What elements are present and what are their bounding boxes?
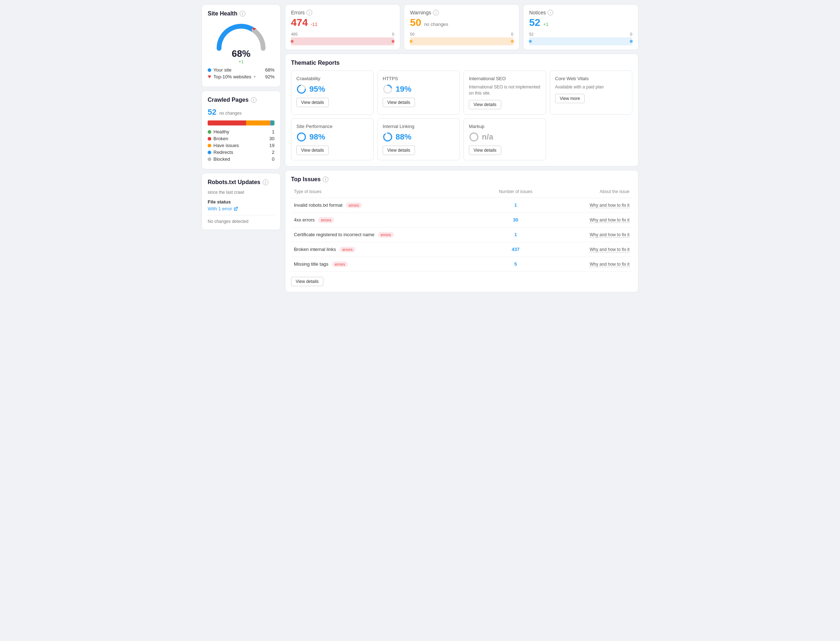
warnings-info-icon[interactable]: i — [433, 10, 438, 16]
report-https-score: 19% — [383, 84, 455, 94]
https-view-btn[interactable]: View details — [383, 98, 415, 107]
issue-count-3: 437 — [480, 242, 551, 257]
your-site-dot — [208, 68, 211, 72]
top10-legend: Top-10% websites ▾ 92% — [208, 74, 275, 79]
issue-badge-1: errors — [318, 217, 334, 223]
table-row: Certificate registered to incorrect name… — [291, 227, 632, 242]
notices-bar-track — [529, 37, 632, 45]
report-perf-score: 98% — [296, 132, 368, 142]
report-perf-title: Site Performance — [296, 124, 368, 129]
crawlability-view-btn[interactable]: View details — [296, 98, 329, 107]
val-issues: 19 — [270, 143, 275, 148]
report-international-seo: International SEO International SEO is n… — [464, 71, 546, 115]
crawled-pages-card: Crawled Pages i 52 no changes Healthy 1 — [202, 90, 281, 169]
notices-info-icon[interactable]: i — [548, 10, 553, 16]
svg-point-9 — [470, 133, 478, 141]
notices-bar-fill — [529, 37, 632, 45]
bar-healthy — [273, 121, 275, 126]
errors-value: 474 — [291, 17, 308, 28]
col-about: About the issue — [551, 187, 632, 198]
reports-grid: Crawlability 95% View details HTTPS — [291, 71, 632, 160]
report-https: HTTPS 19% View details — [377, 71, 460, 115]
warnings-delta: no changes — [424, 22, 448, 27]
your-site-legend: Your site 68% — [208, 67, 275, 72]
top-issues-info-icon[interactable]: i — [323, 177, 328, 182]
dot-issues — [208, 144, 211, 147]
crawlability-circle-icon — [296, 84, 307, 94]
page-bar — [208, 121, 275, 126]
table-row: Broken internal links errors 437 Why and… — [291, 242, 632, 257]
label-blocked: Blocked — [214, 156, 230, 162]
issues-header-row: Type of issues Number of issues About th… — [291, 187, 632, 198]
cwv-view-btn[interactable]: View more — [555, 94, 585, 103]
table-row: 4xx errors errors 30 Why and how to fix … — [291, 213, 632, 227]
issue-name-1: 4xx errors errors — [291, 213, 480, 227]
label-healthy: Healthy — [214, 129, 229, 134]
issue-fix-4: Why and how to fix it — [551, 257, 632, 271]
val-broken: 30 — [270, 136, 275, 141]
errors-info-icon[interactable]: i — [307, 10, 312, 16]
issues-view-details-btn[interactable]: View details — [291, 277, 323, 286]
top-issues-title: Top Issues — [291, 176, 320, 183]
thematic-reports-card: Thematic Reports Crawlability 95% View d… — [285, 53, 638, 166]
issue-badge-4: errors — [332, 261, 348, 267]
report-linking-title: Internal Linking — [383, 124, 455, 129]
site-health-info-icon[interactable]: i — [239, 11, 246, 16]
issue-fix-0: Why and how to fix it — [551, 198, 632, 213]
no-changes-label: No changes detected — [208, 219, 275, 224]
report-linking-score: 88% — [383, 132, 455, 142]
dot-redirects — [208, 151, 211, 154]
crawled-pages-info-icon[interactable]: i — [251, 97, 257, 103]
report-crawlability: Crawlability 95% View details — [291, 71, 374, 115]
file-status-link[interactable]: With 1 error — [208, 206, 275, 211]
notices-card: Notices i 52 +1 52 0 — [523, 4, 638, 50]
crawled-count-row: 52 no changes — [208, 108, 275, 117]
top-issues-card: Top Issues i Type of issues Number of is… — [285, 170, 638, 292]
errors-bar-track — [291, 37, 394, 45]
issue-name-4: Missing title tags errors — [291, 257, 480, 271]
report-markup: Markup n/a View details — [464, 118, 546, 160]
errors-bar-fill — [291, 37, 394, 45]
warnings-bar-wrap: 50 0 — [410, 32, 513, 45]
robots-title: Robots.txt Updates — [208, 179, 260, 185]
top10-value: 92% — [265, 74, 275, 79]
legend-broken: Broken 30 — [208, 136, 275, 141]
warnings-title: Warnings — [410, 10, 431, 16]
issue-count-1: 30 — [480, 213, 551, 227]
val-blocked: 0 — [272, 156, 275, 162]
errors-card: Errors i 474 -11 485 0 — [285, 4, 400, 50]
label-broken: Broken — [214, 136, 228, 141]
report-site-performance: Site Performance 98% View details — [291, 118, 374, 160]
external-link-icon — [233, 207, 238, 211]
notices-dot-start — [529, 40, 532, 43]
separator — [208, 215, 275, 215]
notices-title: Notices — [529, 10, 546, 16]
report-markup-score: n/a — [469, 132, 541, 142]
markup-view-btn[interactable]: View details — [469, 146, 501, 155]
bar-broken — [208, 121, 246, 126]
errors-title: Errors — [291, 10, 305, 16]
gauge-text: 68% +1 — [232, 48, 251, 64]
report-core-web-vitals: Core Web Vitals Available with a paid pl… — [550, 71, 632, 115]
issue-count-4: 5 — [480, 257, 551, 271]
site-health-title: Site Health — [208, 10, 238, 17]
report-intl-seo-desc: International SEO is not implemented on … — [469, 84, 541, 97]
warnings-bar-track — [410, 37, 513, 45]
svg-point-8 — [384, 133, 392, 141]
main-content: Errors i 474 -11 485 0 — [285, 4, 638, 292]
view-details-wrap: View details — [291, 277, 632, 286]
intl-seo-view-btn[interactable]: View details — [469, 100, 501, 109]
linking-view-btn[interactable]: View details — [383, 146, 415, 155]
https-circle-icon — [383, 84, 393, 94]
issue-count-0: 1 — [480, 198, 551, 213]
legend-healthy: Healthy 1 — [208, 129, 275, 134]
notices-bar-min: 0 — [630, 32, 632, 36]
gauge-delta: +1 — [232, 59, 251, 64]
notices-value: 52 — [529, 17, 540, 28]
gauge-container: 68% +1 — [208, 21, 275, 64]
perf-view-btn[interactable]: View details — [296, 146, 329, 155]
issue-fix-3: Why and how to fix it — [551, 242, 632, 257]
top10-chevron[interactable]: ▾ — [254, 74, 256, 79]
val-healthy: 1 — [272, 129, 275, 134]
robots-info-icon[interactable]: i — [263, 179, 268, 185]
